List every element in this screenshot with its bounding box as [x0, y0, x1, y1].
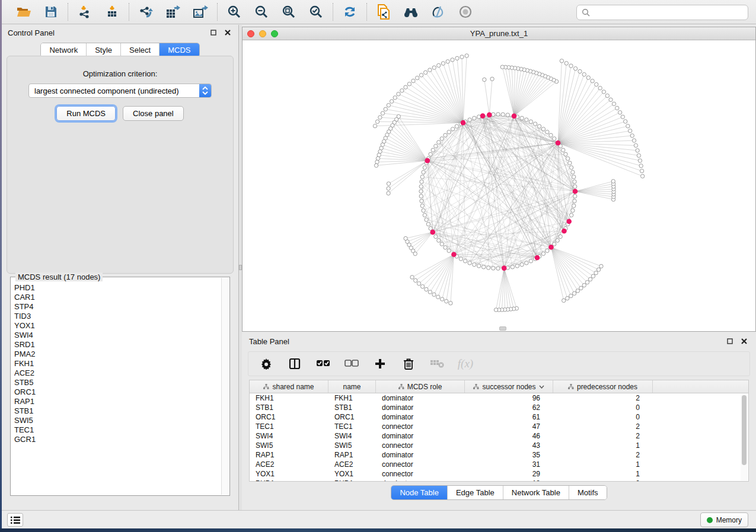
task-history-button[interactable]: [7, 513, 23, 527]
mcds-node-item[interactable]: YOX1: [14, 321, 221, 331]
col-header-mcds-role[interactable]: MCDS role: [376, 380, 465, 393]
mcds-node-item[interactable]: STB5: [14, 378, 221, 387]
network-canvas[interactable]: [243, 40, 755, 331]
import-table-button[interactable]: [104, 4, 120, 20]
table-settings-button[interactable]: [259, 357, 273, 371]
run-mcds-button[interactable]: Run MCDS: [56, 106, 116, 121]
mcds-list-scrollbar[interactable]: [221, 278, 229, 495]
table-row[interactable]: YOX1YOX1connector291: [250, 469, 748, 479]
table-cell: 29: [465, 469, 553, 479]
export-image-button[interactable]: [192, 4, 209, 20]
float-panel-button[interactable]: [209, 28, 218, 37]
table-cell: ORC1: [250, 412, 328, 422]
table-row[interactable]: FKH1FKH1dominator962: [250, 393, 748, 403]
open-file-button[interactable]: [15, 4, 32, 20]
find-button[interactable]: [403, 4, 419, 20]
col-header-name[interactable]: name: [328, 380, 376, 393]
network-hscrollbar[interactable]: [499, 326, 506, 331]
network-window-titlebar[interactable]: YPA_prune.txt_1: [243, 27, 755, 40]
table-row[interactable]: PHD1PHD1dominator180: [250, 479, 748, 482]
table-vscrollbar[interactable]: [741, 394, 748, 480]
copy-style-button[interactable]: [375, 4, 392, 20]
table-row[interactable]: STB1STB1dominator620: [250, 403, 748, 412]
import-network-button[interactable]: [76, 4, 93, 20]
tab-mcds[interactable]: MCDS: [160, 43, 199, 57]
select-all-rows-button[interactable]: [316, 357, 330, 371]
zoom-fit-button[interactable]: [280, 4, 297, 20]
network-leaf-node: [410, 275, 414, 279]
mcds-hub-node: [487, 113, 492, 118]
table-cell: 1: [553, 469, 653, 479]
global-search-field[interactable]: [576, 5, 748, 20]
mcds-node-item[interactable]: TEC1: [14, 425, 221, 435]
delete-column-button[interactable]: [401, 357, 416, 371]
table-vscroll-thumb[interactable]: [742, 395, 747, 465]
float-table-panel-button[interactable]: [725, 336, 735, 346]
mcds-hub-node: [562, 229, 567, 234]
col-header-successor-nodes[interactable]: successor nodes: [465, 380, 553, 393]
mcds-node-item[interactable]: ACE2: [14, 368, 221, 378]
mcds-node-item[interactable]: GCR1: [14, 435, 221, 444]
mcds-node-item[interactable]: SWI5: [14, 416, 221, 425]
network-leaf-node: [381, 111, 384, 115]
mcds-node-item[interactable]: PHD1: [14, 283, 221, 293]
toggle-column-panel-button[interactable]: [288, 357, 302, 371]
table-row[interactable]: TEC1TEC1connector472: [250, 422, 748, 431]
delete-table-button: [430, 357, 444, 371]
create-column-button[interactable]: [373, 357, 387, 371]
col-header-shared-name[interactable]: shared name: [250, 380, 328, 393]
table-row[interactable]: SWI4SWI4dominator462: [250, 431, 748, 441]
zoom-out-button[interactable]: [253, 4, 270, 20]
mcds-node-item[interactable]: STP4: [14, 302, 221, 312]
close-panel-button[interactable]: [223, 28, 232, 37]
mcds-hub-node: [430, 230, 435, 235]
col-header-predecessor-nodes[interactable]: predecessor nodes: [553, 380, 653, 393]
network-graph[interactable]: [243, 40, 755, 331]
refresh-button[interactable]: [342, 4, 358, 20]
tab-node-table[interactable]: Node Table: [391, 486, 448, 499]
tab-motifs[interactable]: Motifs: [569, 486, 607, 499]
mcds-node-item[interactable]: SWI4: [14, 331, 221, 340]
memory-button[interactable]: Memory: [700, 512, 748, 527]
mcds-node-item[interactable]: TID3: [14, 312, 221, 321]
mcds-node-item[interactable]: SRD1: [14, 340, 221, 350]
network-node: [455, 124, 458, 128]
mcds-node-item[interactable]: PMA2: [14, 350, 221, 359]
mcds-result-title: MCDS result (17 nodes): [15, 273, 103, 281]
save-session-button[interactable]: [43, 4, 59, 20]
mcds-node-list[interactable]: PHD1CAR1STP4TID3YOX1SWI4SRD1PMA2FKH1ACE2…: [14, 283, 221, 494]
tab-network-table[interactable]: Network Table: [503, 486, 569, 499]
zoom-selected-button[interactable]: [308, 4, 324, 20]
tab-select[interactable]: Select: [121, 43, 160, 57]
mcds-node-item[interactable]: STB1: [14, 406, 221, 416]
network-node: [501, 113, 505, 116]
export-table-button[interactable]: [165, 4, 181, 20]
close-panel-button-mcds[interactable]: Close panel: [123, 106, 184, 121]
zoom-in-button[interactable]: [226, 4, 243, 20]
network-leaf-node: [490, 77, 494, 81]
deselect-all-rows-button[interactable]: [344, 357, 359, 371]
table-row[interactable]: ACE2ACE2connector311: [250, 460, 748, 469]
hide-details-button[interactable]: [430, 4, 446, 20]
mcds-node-item[interactable]: FKH1: [14, 359, 221, 368]
export-network-button[interactable]: [138, 4, 154, 20]
tab-style[interactable]: Style: [87, 43, 121, 57]
tab-edge-table[interactable]: Edge Table: [448, 486, 503, 499]
table-row[interactable]: SWI5SWI5connector431: [250, 441, 748, 450]
network-node: [525, 261, 528, 265]
show-details-button[interactable]: [457, 4, 474, 20]
optimization-criterion-select[interactable]: largest connected component (undirected): [28, 84, 212, 98]
tab-network[interactable]: Network: [41, 43, 87, 57]
table-row[interactable]: ORC1ORC1dominator610: [250, 412, 748, 422]
network-leaf-node: [440, 297, 444, 301]
search-input[interactable]: [594, 8, 743, 17]
mcds-hub-node: [425, 158, 430, 164]
mcds-node-item[interactable]: RAP1: [14, 397, 221, 406]
table-cell: PHD1: [250, 479, 328, 482]
network-node: [533, 122, 537, 126]
table-row[interactable]: RAP1RAP1dominator352: [250, 450, 748, 460]
mcds-node-item[interactable]: CAR1: [14, 293, 221, 302]
table-cell: SWI4: [328, 431, 376, 441]
close-table-panel-button[interactable]: [739, 336, 749, 346]
mcds-node-item[interactable]: ORC1: [14, 387, 221, 397]
